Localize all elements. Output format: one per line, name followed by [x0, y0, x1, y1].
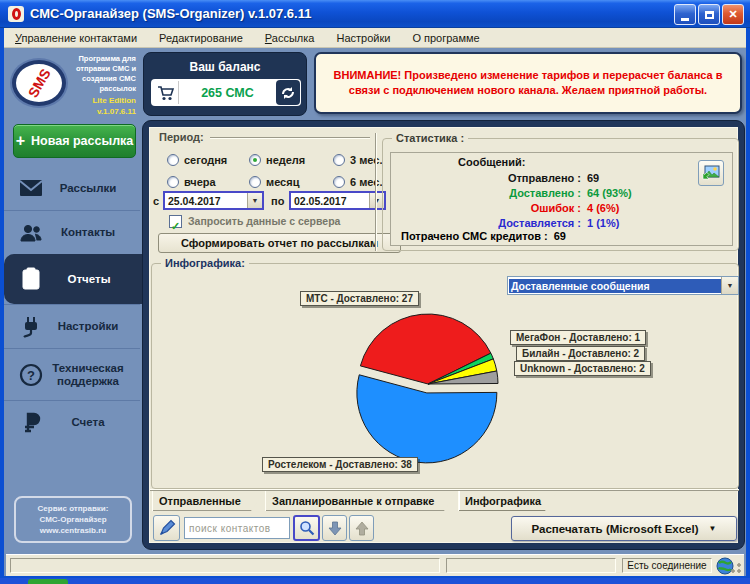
statistics-panel: Сообщений: Отправлено :69 Доставлено :64… — [390, 152, 733, 246]
chevron-down-icon: ▼ — [709, 524, 717, 533]
server-data-checkbox[interactable] — [169, 215, 182, 228]
minimize-icon — [681, 18, 689, 21]
sidebar-item-support[interactable]: ? Техническая поддержка — [4, 348, 140, 400]
sidebar-item-mailings[interactable]: Рассылки — [4, 166, 140, 210]
main-panel: Период: сегодня неделя 3 мес. вчера меся… — [142, 120, 745, 550]
export-image-button[interactable] — [698, 160, 724, 186]
status-panel — [446, 558, 616, 573]
sidebar-item-contacts[interactable]: Контакты — [4, 210, 140, 254]
sidebar-item-settings[interactable]: Настройки — [4, 304, 140, 348]
move-up-button[interactable] — [349, 515, 374, 541]
maximize-icon — [705, 11, 714, 19]
resize-grip[interactable] — [730, 562, 742, 574]
tab-strip-line — [150, 489, 739, 491]
pie-label-mts: МТС - Доставлено: 27 — [300, 291, 419, 306]
chevron-down-icon[interactable]: ▼ — [247, 193, 262, 208]
new-mailing-button[interactable]: + Новая рассылка — [13, 124, 136, 158]
chart-type-value: Доставленные сообщения — [509, 279, 721, 293]
app-icon — [8, 6, 24, 22]
plug-icon — [16, 316, 46, 338]
radio-icon — [333, 154, 345, 166]
pin-button[interactable] — [153, 515, 180, 541]
app-window: СМС-Органайзер (SMS-Organizer) v.1.07.6.… — [0, 0, 750, 584]
envelope-icon — [16, 178, 46, 198]
search-input[interactable] — [184, 517, 290, 539]
date-from-picker[interactable]: 25.04.2017 ▼ — [163, 191, 264, 210]
infographic-title: Инфографика: — [161, 257, 249, 269]
svg-text:?: ? — [27, 368, 35, 383]
logo-block: SMS Программа для отправки СМС и создани… — [4, 52, 140, 124]
question-circle-icon: ? — [16, 363, 46, 387]
start-button-fragment — [28, 579, 68, 584]
pie-label-unknown: Unknown - Доставлено: 2 — [514, 361, 651, 376]
tab-scheduled[interactable]: Запланированные к отправке — [265, 491, 457, 511]
statistics-rows: Отправлено :69 Доставлено :64 (93%) Ошиб… — [401, 170, 632, 230]
section-divider — [375, 133, 377, 251]
sidebar-nav: Рассылки Контакты Отчеты Настройки — [4, 166, 140, 444]
date-to-value: 02.05.2017 — [291, 195, 369, 207]
radio-icon — [167, 154, 179, 166]
stat-delivered: Доставлено :64 (93%) — [401, 185, 632, 200]
menu-item-contacts-management[interactable]: Управление контактами — [4, 32, 148, 44]
picture-icon — [702, 165, 720, 181]
stat-errors: Ошибок :4 (6%) — [401, 200, 632, 215]
search-button[interactable] — [293, 515, 320, 541]
balance-value: 265 СМС — [179, 86, 276, 100]
pie-label-rostelecom: Ростелеком - Доставлено: 38 — [262, 457, 418, 472]
menu-item-mailing[interactable]: Рассылка — [254, 32, 326, 44]
print-excel-button[interactable]: Распечатать (Microsoft Excel) ▼ — [511, 516, 737, 541]
status-bar: Есть соединение — [6, 554, 744, 576]
move-down-button[interactable] — [322, 515, 347, 541]
cart-icon — [157, 85, 175, 101]
server-data-label: Запросить данные с сервера — [188, 215, 340, 227]
menu-item-about[interactable]: О программе — [401, 32, 490, 44]
arrow-down-icon — [328, 521, 342, 536]
clipboard-icon — [16, 267, 46, 291]
pie-label-megafon: МегаФон - Доставлено: 1 — [510, 330, 646, 345]
menu-item-settings[interactable]: Настройки — [325, 32, 401, 44]
buy-credits-button[interactable] — [153, 81, 179, 104]
pen-icon — [158, 519, 176, 537]
ruble-icon — [16, 411, 46, 435]
pie-label-beeline: Билайн - Доставлено: 2 — [516, 346, 645, 361]
date-to-picker[interactable]: 02.05.2017 ▼ — [289, 191, 386, 210]
sidebar-item-reports[interactable]: Отчеты — [4, 254, 142, 304]
menu-item-editing[interactable]: Редактирование — [148, 32, 254, 44]
generate-report-button[interactable]: Сформировать отчет по рассылкам — [158, 233, 401, 253]
chart-type-select[interactable]: Доставленные сообщения ▼ — [507, 276, 739, 295]
new-mailing-label: Новая рассылка — [31, 134, 133, 148]
minimize-button[interactable] — [674, 4, 696, 25]
balance-field: 265 СМС — [151, 79, 301, 106]
app-tagline: Программа для отправки СМС и создания СМ… — [68, 54, 136, 94]
sidebar-item-bills[interactable]: Счета — [4, 400, 140, 444]
radio-icon — [167, 176, 179, 188]
tab-infographic[interactable]: Инфографика — [458, 491, 558, 511]
service-footer: Сервис отправки: СМС-Органайзер www.cent… — [14, 496, 132, 543]
close-button[interactable]: ✕ — [722, 4, 744, 25]
plus-icon: + — [16, 136, 25, 146]
contacts-icon — [16, 223, 46, 243]
chevron-down-icon[interactable]: ▼ — [721, 277, 738, 294]
radio-month[interactable]: месяц — [249, 176, 299, 188]
stat-delivering: Доставляется :1 (1%) — [401, 215, 632, 230]
status-panel — [10, 558, 440, 573]
notice-panel: ВНИМАНИЕ! Произведено изменение тарифов … — [314, 52, 742, 114]
window-title: СМС-Органайзер (SMS-Organizer) v.1.07.6.… — [30, 6, 311, 21]
title-bar[interactable]: СМС-Органайзер (SMS-Organizer) v.1.07.6.… — [0, 0, 750, 28]
radio-today[interactable]: сегодня — [167, 154, 227, 166]
tab-sent[interactable]: Отправленные — [152, 491, 264, 511]
credits-spent-row: Потрачено СМС кредитов : 69 — [401, 230, 566, 242]
pie-chart — [346, 304, 510, 474]
radio-yesterday[interactable]: вчера — [167, 176, 216, 188]
arrow-up-icon — [355, 521, 369, 536]
menu-bar: Управление контактами Редактирование Рас… — [4, 28, 746, 48]
period-label: Период: — [159, 131, 204, 143]
maximize-button[interactable] — [698, 4, 720, 25]
pie-slice-4[interactable] — [357, 375, 497, 463]
sidebar: SMS Программа для отправки СМС и создани… — [4, 48, 140, 576]
refresh-balance-button[interactable] — [276, 80, 300, 105]
date-to-label: по — [271, 195, 284, 207]
connection-status: Есть соединение — [622, 558, 712, 573]
app-edition: Lite Edition — [68, 96, 136, 105]
radio-week[interactable]: неделя — [249, 154, 305, 166]
